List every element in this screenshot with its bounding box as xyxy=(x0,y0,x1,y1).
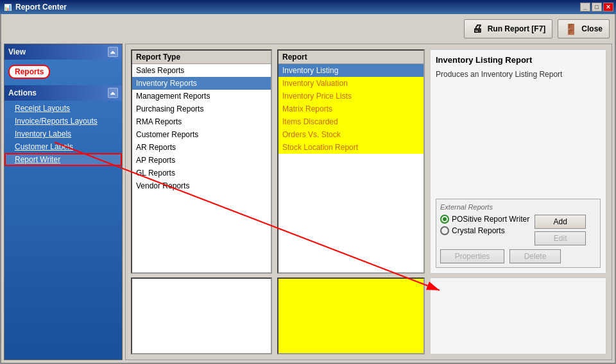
window-close-button[interactable]: ✕ xyxy=(603,3,613,12)
report-type-panel: Report Type Sales Reports Inventory Repo… xyxy=(131,49,272,274)
external-reports-section: External Reports POSitive Report Writer xyxy=(436,199,601,268)
sidebar-item-report-writer[interactable]: Report Writer xyxy=(4,153,122,166)
sidebar: View ⏶ Reports Actions ⏶ Receipt Layouts… xyxy=(4,44,123,360)
report-type-row-sales[interactable]: Sales Reports xyxy=(132,64,271,77)
external-reports-options: POSitive Report Writer Crystal Reports xyxy=(440,215,529,245)
external-reports-inner: POSitive Report Writer Crystal Reports xyxy=(440,215,596,245)
report-row-inventory-price-lists[interactable]: Inventory Price Lists xyxy=(278,90,424,103)
report-row-orders-vs-stock[interactable]: Orders Vs. Stock xyxy=(278,128,424,141)
report-row-items-discarded[interactable]: Items Discarded xyxy=(278,115,424,128)
minimize-button[interactable]: _ xyxy=(580,3,590,12)
properties-button: Properties xyxy=(440,249,504,263)
sidebar-item-invoice-layouts[interactable]: Invoice/Reports Layouts xyxy=(4,115,122,128)
bottom-panels xyxy=(131,277,606,354)
sidebar-item-customer-labels[interactable]: Customer Labels xyxy=(4,140,122,153)
content-area: View ⏶ Reports Actions ⏶ Receipt Layouts… xyxy=(4,44,612,360)
report-type-bottom xyxy=(131,277,272,354)
panels-area: Report Type Sales Reports Inventory Repo… xyxy=(125,44,612,360)
top-panels: Report Type Sales Reports Inventory Repo… xyxy=(131,49,606,274)
actions-collapse-icon[interactable]: ⏶ xyxy=(108,88,118,98)
radio-dot-positive xyxy=(440,215,449,224)
close-button[interactable]: 🚪 Close xyxy=(558,19,610,38)
full-layout: Report Type Sales Reports Inventory Repo… xyxy=(131,49,606,354)
toolbar: 🖨 Run Report [F7] 🚪 Close xyxy=(4,17,612,44)
view-section-header: View ⏶ xyxy=(4,44,122,60)
maximize-button[interactable]: □ xyxy=(592,3,602,12)
close-icon: 🚪 xyxy=(565,22,578,35)
lower-ext-buttons: Properties Delete xyxy=(440,249,596,263)
reports-view-item[interactable]: Reports xyxy=(8,65,50,79)
main-window: 🖨 Run Report [F7] 🚪 Close View ⏶ Reports… xyxy=(0,14,616,364)
sidebar-item-receipt-layouts[interactable]: Receipt Layouts xyxy=(4,102,122,115)
window-controls: _ □ ✕ xyxy=(580,3,613,12)
edit-button: Edit xyxy=(535,231,586,245)
report-type-header: Report Type xyxy=(132,51,271,64)
report-type-row-rma[interactable]: RMA Reports xyxy=(132,115,271,128)
title-bar: 📊 Report Center _ □ ✕ xyxy=(0,0,616,14)
window-title: Report Center xyxy=(15,3,580,12)
report-row-matrix-reports[interactable]: Matrix Reports xyxy=(278,103,424,115)
add-button[interactable]: Add xyxy=(535,215,586,229)
external-reports-title: External Reports xyxy=(440,203,596,211)
actions-section-header: Actions ⏶ xyxy=(4,85,122,101)
view-collapse-icon[interactable]: ⏶ xyxy=(108,47,118,57)
report-type-row-customer[interactable]: Customer Reports xyxy=(132,128,271,141)
report-type-row-vendor[interactable]: Vendor Reports xyxy=(132,179,271,192)
run-report-label: Run Report [F7] xyxy=(488,24,546,33)
view-section: Reports xyxy=(4,61,122,83)
radio-label-positive: POSitive Report Writer xyxy=(452,215,529,224)
report-type-row-purchasing[interactable]: Purchasing Reports xyxy=(132,103,271,115)
report-panel: Report Inventory Listing Inventory Valua… xyxy=(277,49,425,274)
radio-positive-report-writer[interactable]: POSitive Report Writer xyxy=(440,215,529,224)
window-icon: 📊 xyxy=(3,2,13,12)
report-row-inventory-listing[interactable]: Inventory Listing xyxy=(278,64,424,77)
info-bottom xyxy=(430,277,606,354)
info-title: Inventory Listing Report xyxy=(436,55,601,65)
run-report-button[interactable]: 🖨 Run Report [F7] xyxy=(464,19,553,38)
report-row-inventory-valuation[interactable]: Inventory Valuation xyxy=(278,77,424,90)
report-bottom-yellow xyxy=(277,277,425,354)
radio-group: POSitive Report Writer Crystal Reports xyxy=(440,215,529,235)
radio-dot-crystal xyxy=(440,226,449,235)
sidebar-item-inventory-labels[interactable]: Inventory Labels xyxy=(4,128,122,140)
radio-crystal-reports[interactable]: Crystal Reports xyxy=(440,226,529,235)
info-description: Produces an Inventory Listing Report xyxy=(436,70,601,79)
close-label: Close xyxy=(581,24,603,33)
radio-label-crystal: Crystal Reports xyxy=(452,226,505,235)
report-type-row-management[interactable]: Management Reports xyxy=(132,90,271,103)
delete-button: Delete xyxy=(509,249,561,263)
report-row-stock-location[interactable]: Stock Location Report xyxy=(278,141,424,154)
report-header: Report xyxy=(278,51,424,64)
report-type-row-ar[interactable]: AR Reports xyxy=(132,141,271,154)
info-panel: Inventory Listing Report Produces an Inv… xyxy=(430,49,606,274)
report-type-row-ap[interactable]: AP Reports xyxy=(132,154,271,167)
run-report-icon: 🖨 xyxy=(471,22,484,35)
external-reports-buttons: Add Edit xyxy=(535,215,586,245)
report-type-row-gl[interactable]: GL Reports xyxy=(132,167,271,179)
report-type-row-inventory[interactable]: Inventory Reports xyxy=(132,77,271,90)
